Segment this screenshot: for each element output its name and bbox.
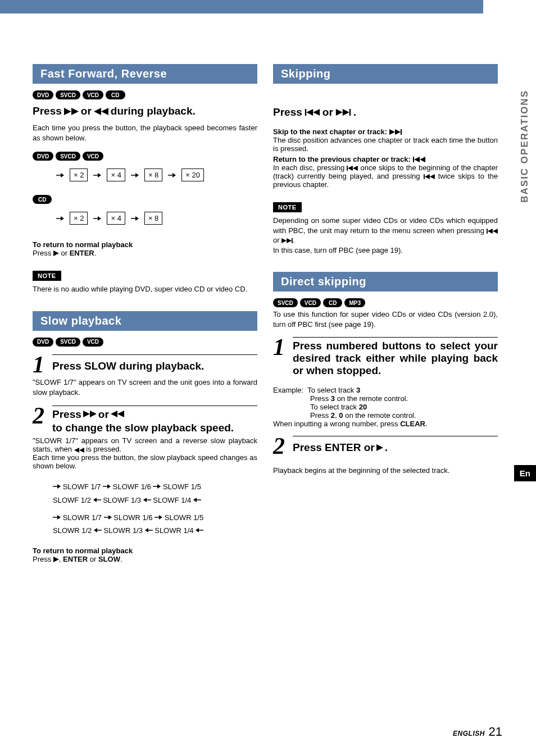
arrow-icon (103, 484, 111, 489)
badge: VCD (83, 90, 103, 99)
heading-direct: Direct skipping (273, 272, 498, 292)
step-number: 2 (33, 406, 44, 435)
arrow-icon (131, 172, 139, 178)
arrow-icon (155, 514, 162, 520)
arrow-icon (131, 216, 139, 221)
prev-icon (413, 157, 425, 162)
step2-body2: Each time you press the button, the slow… (33, 453, 257, 470)
speed-box: × 8 (144, 168, 162, 181)
note-text-ffr: There is no audio while playing DVD, sup… (33, 284, 257, 294)
speed-box: × 4 (107, 168, 125, 181)
note-text-skip: Depending on some super video CDs or vid… (273, 216, 498, 255)
play-icon (376, 444, 383, 451)
badge: CD (106, 90, 125, 99)
arrow-icon (93, 216, 101, 221)
badge: DVD (33, 338, 53, 347)
step-number: 1 (33, 354, 44, 376)
arrow-icon (93, 172, 101, 178)
heading-skipping: Skipping (273, 64, 498, 84)
next-icon (389, 129, 402, 135)
badges-ffr3: CD (33, 195, 257, 204)
arrow-icon (56, 216, 64, 221)
sub-skip: Press or . (273, 106, 498, 119)
heading-slow: Slow playback (33, 311, 257, 331)
speed-row-1: × 2 × 4 × 8 × 20 (56, 168, 257, 181)
prev-icon (347, 166, 358, 171)
return-head-ffr: To return to normal playback (33, 240, 257, 249)
ff-icon (83, 411, 97, 417)
speed-box: × 2 (70, 212, 88, 225)
slow-chain-r: SLOWR 1/7 SLOWR 1/6 SLOWR 1/5 SLOWR 1/2 … (53, 511, 257, 538)
prev-body: In each disc, pressing once skips to the… (273, 163, 498, 189)
arrow-icon (94, 527, 102, 533)
step1-body: "SLOWF 1/7" appears on TV screen and the… (33, 377, 257, 397)
arrow-icon (104, 514, 112, 520)
speed-row-2: × 2 × 4 × 8 (56, 212, 257, 225)
badge: SVCD (56, 90, 80, 99)
direct-step2-body: Playback begins at the beginning of the … (273, 466, 498, 475)
example-block: Example: To select track 3 Press 3 on th… (273, 386, 498, 428)
footer-label: ENGLISH (453, 730, 485, 737)
rew-icon (74, 448, 84, 453)
arrow-icon (93, 497, 101, 503)
direct-intro: To use this function for super video CDs… (273, 309, 498, 329)
speed-box: × 4 (107, 212, 125, 225)
badge: SVCD (273, 298, 298, 307)
badge: SVCD (56, 338, 80, 347)
badge: CD (33, 195, 52, 204)
return-head-slow: To return to normal playback (33, 546, 257, 555)
badges-slow: DVD SVCD VCD (33, 338, 257, 347)
next-body: The disc position advances one chapter o… (273, 136, 498, 153)
arrow-icon (145, 527, 153, 533)
prev-icon (487, 229, 498, 234)
sub-ffr: Press or during playback. (33, 105, 257, 117)
arrow-icon (53, 484, 61, 489)
badge: VCD (83, 152, 103, 161)
next-icon (335, 109, 351, 116)
prev-icon (424, 174, 435, 179)
rew-icon (94, 108, 108, 115)
speed-box: × 20 (181, 168, 204, 181)
return-body-slow: Press , ENTER or SLOW. (33, 555, 257, 563)
play-icon (53, 251, 59, 256)
arrow-icon (193, 497, 201, 503)
step-head: Press ENTER or . (293, 436, 498, 457)
prev-head: Return to the previous chapter or track: (273, 155, 498, 163)
prev-icon (305, 109, 320, 116)
rew-icon (111, 411, 124, 417)
speed-box: × 2 (70, 168, 88, 181)
arrow-icon (168, 172, 176, 178)
badge: SVCD (56, 152, 80, 161)
badges-ffr: DVD SVCD VCD CD (33, 90, 257, 99)
arrow-icon (153, 484, 161, 489)
next-head: Skip to the next chapter or track: (273, 127, 498, 136)
badges-direct: SVCD VCD CD MP3 (273, 298, 498, 307)
step-head: Press numbered buttons to select your de… (293, 337, 498, 377)
badge: CD (323, 298, 342, 307)
badge: DVD (33, 90, 53, 99)
speed-box: × 8 (144, 212, 162, 225)
next-icon (281, 238, 293, 243)
badge: MP3 (344, 298, 365, 307)
note-label: NOTE (33, 271, 61, 281)
note-label: NOTE (273, 202, 302, 212)
play-icon (53, 557, 59, 562)
language-tab: En (514, 465, 536, 481)
heading-ffr: Fast Forward, Reverse (33, 64, 257, 84)
return-body-ffr: Press or ENTER. (33, 249, 257, 257)
arrow-icon (56, 172, 64, 178)
badge: VCD (83, 338, 103, 347)
step-head: Press SLOW during playback. (52, 354, 257, 376)
top-bar (0, 0, 483, 13)
ff-icon (64, 108, 79, 115)
arrow-icon (196, 527, 203, 533)
footer: ENGLISH 21 (453, 725, 502, 739)
section-label: BASIC OPERATIONS (519, 90, 530, 203)
arrow-icon (53, 514, 61, 520)
step-head: Press or to change the slow playback spe… (52, 406, 257, 435)
badge: VCD (300, 298, 321, 307)
step-number: 1 (273, 337, 285, 377)
step-number: 2 (273, 436, 285, 457)
slow-chain-f: SLOWF 1/7 SLOWF 1/6 SLOWF 1/5 SLOWF 1/2 … (53, 480, 257, 507)
page-number: 21 (489, 725, 502, 739)
